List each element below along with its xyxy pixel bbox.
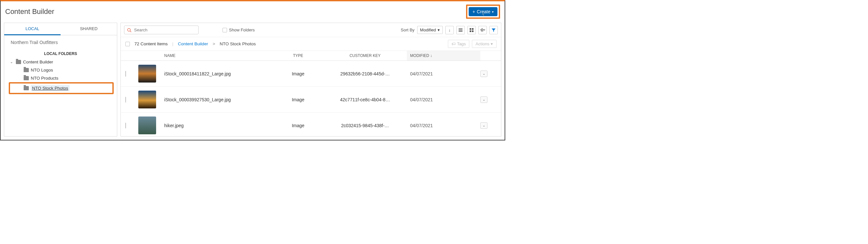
show-folders-toggle[interactable]: Show Folders (222, 28, 254, 32)
sub-bar: 72 Content Items | Content Builder > NTO… (121, 37, 501, 51)
tab-local[interactable]: LOCAL (4, 23, 61, 35)
row-type: Image (273, 97, 323, 102)
row-key: 2c032415-9845-438f-… (323, 123, 407, 128)
col-modified[interactable]: MODIFIED ↓ (407, 51, 480, 61)
folder-icon (24, 86, 29, 90)
table-row[interactable]: iStock_000018411822_Large.jpgImage29632b… (121, 61, 501, 87)
tags-label: Tags (457, 41, 466, 46)
svg-rect-2 (459, 29, 463, 29)
list-view-button[interactable] (456, 26, 465, 34)
row-type: Image (273, 71, 323, 76)
breadcrumb-separator: > (213, 41, 215, 46)
chevron-down-icon: ⌄ (10, 60, 14, 64)
folder-label: NTO Products (31, 76, 58, 80)
filter-button[interactable] (489, 26, 498, 34)
actions-dropdown[interactable]: Actions ▾ (472, 40, 497, 48)
toolbar-right: Sort By Modified ▾ ↓ ✿▾ (401, 26, 498, 34)
thumbnail (138, 91, 156, 108)
search-input[interactable] (134, 28, 196, 32)
sidebar: LOCAL SHARED Northern Trail Outfitters L… (4, 23, 117, 137)
divider: | (172, 41, 174, 46)
row-checkbox[interactable] (125, 71, 126, 77)
thumbnail (138, 65, 156, 82)
checkbox-icon[interactable] (222, 28, 227, 32)
folder-label: Content Builder (23, 60, 53, 64)
table-row[interactable]: iStock_000039927530_Large.jpgImage42c771… (121, 87, 501, 113)
folder-icon (24, 68, 29, 72)
sort-by-label: Sort By (401, 28, 414, 32)
app-root: Content Builder + Create ▾ ☟ LOCAL SHARE… (0, 0, 505, 140)
caret-down-icon: ▾ (492, 10, 494, 13)
folder-root[interactable]: ⌄ Content Builder (9, 58, 114, 66)
create-label: Create (477, 9, 490, 14)
svg-rect-5 (470, 28, 471, 30)
search-icon (127, 28, 131, 32)
row-action-menu[interactable]: ⌄ (480, 97, 488, 103)
svg-rect-4 (459, 31, 463, 32)
breadcrumb-root[interactable]: Content Builder (178, 41, 208, 46)
svg-rect-3 (459, 30, 463, 30)
sort-dropdown[interactable]: Modified ▾ (417, 26, 443, 34)
actions-label: Actions (475, 41, 489, 46)
row-checkbox[interactable] (125, 123, 126, 129)
page-title: Content Builder (5, 7, 54, 16)
row-name: iStock_000039927530_Large.jpg (164, 97, 273, 102)
caret-down-icon: ▾ (491, 41, 493, 46)
folder-label: NTO Logos (31, 68, 53, 72)
row-modified: 04/07/2021 (407, 123, 480, 128)
top-bar: Content Builder + Create ▾ ☟ (1, 1, 505, 23)
row-type: Image (273, 123, 323, 128)
svg-rect-8 (472, 30, 473, 32)
show-folders-label: Show Folders (229, 28, 254, 32)
row-action-menu[interactable]: ⌄ (480, 71, 488, 77)
breadcrumb-current: NTO Stock Photos (220, 41, 256, 46)
sort-arrow-icon: ↓ (430, 54, 432, 58)
folder-tree: ⌄ Content Builder NTO Logos NTO Products… (4, 58, 117, 97)
select-all-checkbox[interactable] (125, 42, 130, 46)
org-name: Northern Trail Outfitters (4, 35, 117, 49)
row-key: 29632b56-2108-445d-… (323, 71, 407, 76)
col-key[interactable]: CUSTOMER KEY (323, 54, 407, 58)
create-highlight: + Create ▾ ☟ (466, 4, 500, 19)
tab-shared[interactable]: SHARED (61, 23, 117, 35)
col-name[interactable]: NAME (164, 54, 273, 58)
folder-nto-stock-photos[interactable]: NTO Stock Photos (9, 82, 114, 94)
subbar-right: 🏷 Tags Actions ▾ (448, 40, 497, 48)
row-action-menu[interactable]: ⌄ (480, 122, 488, 129)
item-count: 72 Content Items (134, 41, 168, 46)
sort-value: Modified (420, 28, 436, 32)
create-button[interactable]: + Create ▾ ☟ (469, 7, 497, 16)
search-box[interactable] (124, 26, 198, 34)
body: LOCAL SHARED Northern Trail Outfitters L… (1, 23, 505, 140)
table-header: NAME TYPE CUSTOMER KEY MODIFIED ↓ (121, 51, 501, 61)
toolbar: Show Folders Sort By Modified ▾ ↓ ✿▾ (121, 23, 501, 37)
row-key: 42c7711f-ce8c-4b04-8… (323, 97, 407, 102)
caret-down-icon: ▾ (438, 28, 440, 32)
table-rows: iStock_000018411822_Large.jpgImage29632b… (121, 61, 501, 136)
tag-icon: 🏷 (452, 41, 456, 46)
gear-button[interactable]: ✿▾ (478, 26, 487, 34)
sidebar-tabs: LOCAL SHARED (4, 23, 117, 35)
svg-rect-7 (470, 30, 471, 32)
grid-view-button[interactable] (467, 26, 476, 34)
folder-nto-logos[interactable]: NTO Logos (9, 66, 114, 74)
plus-icon: + (472, 9, 475, 14)
row-name: iStock_000018411822_Large.jpg (164, 71, 273, 76)
thumbnail (138, 116, 156, 134)
svg-rect-6 (472, 28, 473, 30)
folder-icon (16, 60, 21, 64)
table-row[interactable]: hiker.jpegImage2c032415-9845-438f-…04/07… (121, 113, 501, 136)
svg-point-0 (128, 28, 130, 31)
sort-direction-button[interactable]: ↓ (445, 26, 454, 34)
main-panel: Show Folders Sort By Modified ▾ ↓ ✿▾ (121, 23, 501, 137)
row-name: hiker.jpeg (164, 123, 273, 128)
row-checkbox[interactable] (125, 97, 126, 103)
folder-nto-products[interactable]: NTO Products (9, 74, 114, 82)
local-folders-header: LOCAL FOLDERS (4, 49, 117, 58)
row-modified: 04/07/2021 (407, 71, 480, 76)
folder-icon (24, 76, 29, 80)
tags-button[interactable]: 🏷 Tags (448, 40, 469, 48)
svg-line-1 (130, 31, 131, 32)
col-type[interactable]: TYPE (273, 54, 323, 58)
folder-label: NTO Stock Photos (31, 85, 70, 91)
